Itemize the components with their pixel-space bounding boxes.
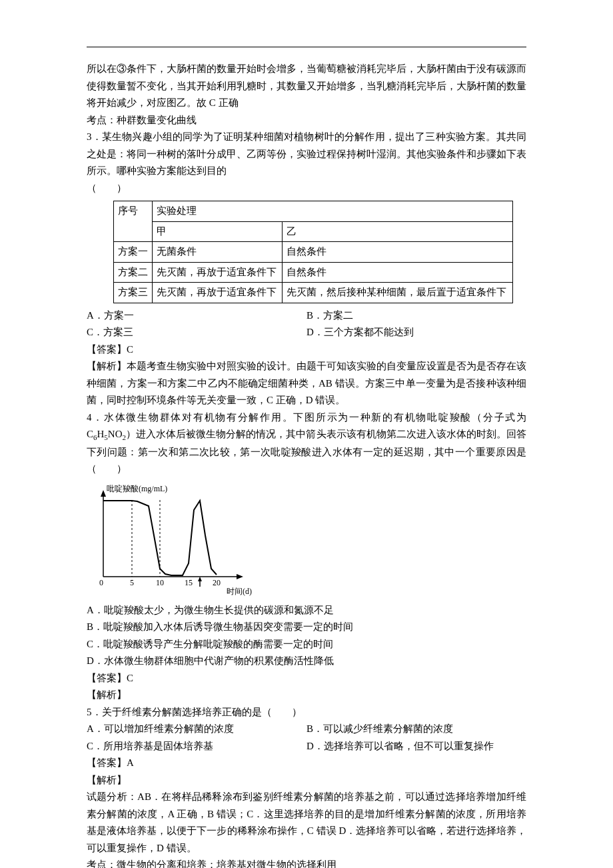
q4-chart: 吡啶羧酸(mg/mL) 0 5 10 15 20 时间(d) bbox=[87, 483, 526, 597]
svg-marker-1 bbox=[101, 490, 106, 497]
q3-explanation: 【解析】本题考查生物实验中对照实验的设计。由题干可知该实验的自变量应设置是否为是… bbox=[87, 358, 526, 409]
r1-a: 无菌条件 bbox=[153, 242, 283, 263]
r1-name: 方案一 bbox=[114, 242, 153, 263]
q4-explanation: 【解析】 bbox=[87, 687, 526, 704]
tick-20: 20 bbox=[213, 578, 221, 587]
q3-stem: 3．某生物兴趣小组的同学为了证明某种细菌对植物树叶的分解作用，提出了三种实验方案… bbox=[87, 129, 526, 180]
q4-answer: 【答案】C bbox=[87, 670, 526, 687]
q4-opt-b: B．吡啶羧酸加入水体后诱导微生物基因突变需要一定的时间 bbox=[87, 619, 526, 636]
q5-stem: 5．关于纤维素分解菌选择培养正确的是（ ） bbox=[87, 704, 526, 721]
q3-opt-d: D．三个方案都不能达到 bbox=[306, 324, 526, 341]
r2-name: 方案二 bbox=[114, 262, 153, 283]
q3-blank: （ ） bbox=[87, 180, 526, 197]
q5-kaodian: 考点：微生物的分离和培养；培养基对微生物的选择利用 bbox=[87, 857, 526, 868]
chart-xlabel: 时间(d) bbox=[227, 587, 252, 596]
q4-opt-a: A．吡啶羧酸太少，为微生物生长提供的碳源和氮源不足 bbox=[87, 602, 526, 619]
chart-svg: 吡啶羧酸(mg/mL) 0 5 10 15 20 时间(d) bbox=[87, 483, 260, 597]
th-proc: 实验处理 bbox=[153, 201, 513, 222]
q5-opt-b: B．可以减少纤维素分解菌的浓度 bbox=[306, 721, 526, 738]
r3-b: 先灭菌，然后接种某种细菌，最后置于适宜条件下 bbox=[283, 283, 513, 303]
th-yi: 乙 bbox=[283, 221, 513, 242]
q5-opt-c: C．所用培养基是固体培养基 bbox=[87, 738, 306, 755]
q3-options: A．方案一 B．方案二 C．方案三 D．三个方案都不能达到 bbox=[87, 307, 526, 341]
th-jia: 甲 bbox=[153, 221, 283, 242]
q5-opt-d: D．选择培养可以省略，但不可以重复操作 bbox=[306, 738, 526, 755]
q5-explanation: 试题分析：AB．在将样品稀释涂布到鉴别纤维素分解菌的培养基之前，可以通过选择培养… bbox=[87, 789, 526, 857]
q4-mid2: NO bbox=[108, 429, 123, 439]
tick-15: 15 bbox=[185, 578, 193, 587]
paragraph-top: 所以在③条件下，大肠杆菌的数量开始时会增多，当葡萄糖被消耗完毕后，大肠杆菌由于没… bbox=[87, 61, 526, 112]
q4-opt-c: C．吡啶羧酸诱导产生分解吡啶羧酸的酶需要一定的时间 bbox=[87, 636, 526, 653]
r2-b: 自然条件 bbox=[283, 262, 513, 283]
q3-answer: 【答案】C bbox=[87, 341, 526, 359]
tick-5: 5 bbox=[130, 578, 134, 587]
top-rule bbox=[87, 47, 526, 47]
r3-a: 先灭菌，再放于适宜条件下 bbox=[153, 283, 283, 303]
q4-mid1: H bbox=[97, 429, 105, 439]
q3-opt-b: B．方案二 bbox=[306, 307, 526, 325]
svg-marker-3 bbox=[237, 574, 243, 579]
tick-10: 10 bbox=[156, 578, 164, 587]
q4-stem-post: ）进入水体后被微生物分解的情况，其中箭头表示该有机物第二次进入该水体的时刻。回答… bbox=[87, 429, 526, 474]
svg-marker-7 bbox=[198, 577, 202, 581]
chart-ylabel: 吡啶羧酸(mg/mL) bbox=[107, 484, 167, 493]
r2-a: 先灭菌，再放于适宜条件下 bbox=[153, 262, 283, 283]
q5-answer: 【答案】A bbox=[87, 755, 526, 772]
q5-opt-a: A．可以增加纤维素分解菌的浓度 bbox=[87, 721, 306, 738]
th-seq: 序号 bbox=[114, 201, 153, 242]
q3-table: 序号 实验处理 甲 乙 方案一 无菌条件 自然条件 方案二 先灭菌，再放于适宜条… bbox=[113, 201, 513, 303]
q4-stem: 4．水体微生物群体对有机物有分解作用。下图所示为一种新的有机物吡啶羧酸（分子式为… bbox=[87, 409, 526, 478]
r3-name: 方案三 bbox=[114, 283, 153, 303]
r1-b: 自然条件 bbox=[283, 242, 513, 263]
q3-opt-c: C．方案三 bbox=[87, 324, 306, 341]
q5-explanation-h: 【解析】 bbox=[87, 772, 526, 789]
kaodian-top: 考点：种群数量变化曲线 bbox=[87, 112, 526, 129]
tick-0: 0 bbox=[99, 578, 103, 587]
q4-opt-d: D．水体微生物群体细胞中代谢产物的积累使酶活性降低 bbox=[87, 653, 526, 670]
q3-opt-a: A．方案一 bbox=[87, 307, 306, 325]
q5-options: A．可以增加纤维素分解菌的浓度 B．可以减少纤维素分解菌的浓度 C．所用培养基是… bbox=[87, 721, 526, 755]
